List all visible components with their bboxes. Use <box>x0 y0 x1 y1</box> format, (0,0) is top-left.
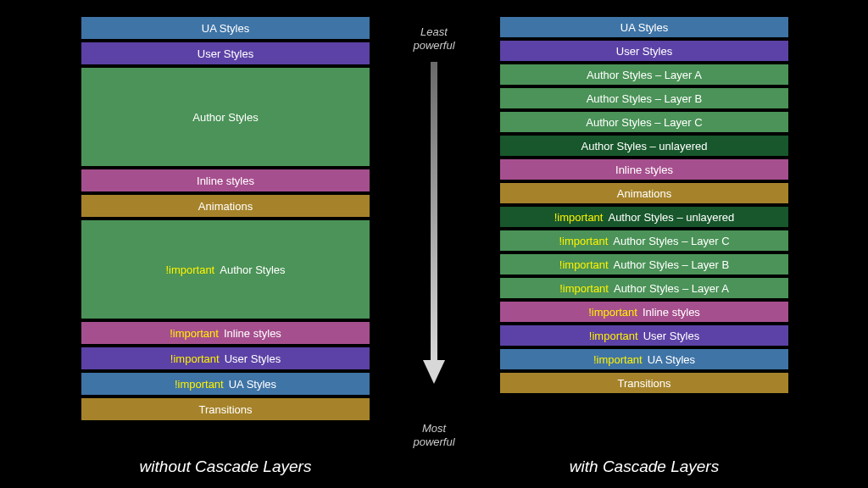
right-row-7: Animations <box>500 183 788 203</box>
column-without-layers: UA StylesUser StylesAuthor StylesInline … <box>81 17 370 420</box>
row-label: UA Styles <box>620 22 668 33</box>
row-label: Author Styles – Layer C <box>586 117 702 128</box>
caption-with: with Cascade Layers <box>500 458 788 476</box>
right-row-2: Author Styles – Layer A <box>500 64 788 85</box>
right-row-12: !importantInline styles <box>500 302 788 322</box>
right-row-4: Author Styles – Layer C <box>500 112 788 132</box>
right-row-5: Author Styles – unlayered <box>500 136 788 156</box>
important-marker: !important <box>170 353 220 364</box>
row-label: User Styles <box>225 353 281 364</box>
axis-arrow <box>423 53 445 422</box>
down-arrow-icon <box>423 62 445 384</box>
left-row-4: Animations <box>81 195 370 217</box>
left-row-6: !importantInline styles <box>81 322 370 344</box>
svg-marker-1 <box>423 360 445 384</box>
right-row-9: !importantAuthor Styles – Layer C <box>500 230 788 251</box>
important-marker: !important <box>593 354 643 365</box>
left-row-0: UA Styles <box>81 17 370 39</box>
important-marker: !important <box>175 379 224 390</box>
left-row-5: !importantAuthor Styles <box>81 220 370 319</box>
right-row-15: Transitions <box>500 373 788 393</box>
row-label: Author Styles <box>192 112 258 123</box>
left-row-1: User Styles <box>81 42 370 64</box>
right-row-8: !importantAuthor Styles – unlayered <box>500 207 788 227</box>
right-row-14: !importantUA Styles <box>500 349 788 369</box>
axis-label-least: Leastpowerful <box>413 25 454 53</box>
row-label: Author Styles <box>220 264 285 275</box>
row-label: UA Styles <box>229 379 276 390</box>
axis-label-most: Mostpowerful <box>413 422 454 450</box>
right-row-6: Inline styles <box>500 159 788 180</box>
important-marker: !important <box>589 330 638 341</box>
row-label: User Styles <box>643 330 699 341</box>
row-label: Author Styles – Layer A <box>614 283 729 294</box>
row-label: Inline styles <box>643 307 700 318</box>
important-marker: !important <box>554 212 604 223</box>
row-label: Animations <box>617 188 671 199</box>
right-row-0: UA Styles <box>500 17 788 37</box>
important-marker: !important <box>559 283 609 294</box>
caption-without: without Cascade Layers <box>81 458 370 476</box>
row-label: Inline styles <box>224 328 281 339</box>
left-row-8: !importantUA Styles <box>81 373 370 395</box>
left-row-3: Inline styles <box>81 169 370 191</box>
left-row-2: Author Styles <box>81 68 370 166</box>
row-label: Author Styles – Layer B <box>614 259 730 270</box>
row-label: Author Styles – Layer B <box>587 93 703 104</box>
row-label: Animations <box>198 201 253 212</box>
power-axis: Leastpowerful Mostpowerful <box>383 25 485 449</box>
row-label: Transitions <box>617 378 670 389</box>
row-label: UA Styles <box>202 23 249 34</box>
row-label: Author Styles – unlayered <box>581 141 708 152</box>
right-row-13: !importantUser Styles <box>500 325 788 346</box>
important-marker: !important <box>559 236 608 247</box>
row-label: Author Styles – Layer A <box>587 69 702 80</box>
column-with-layers: UA StylesUser StylesAuthor Styles – Laye… <box>500 17 788 393</box>
diagram-stage: UA StylesUser StylesAuthor StylesInline … <box>0 0 868 488</box>
row-label: User Styles <box>198 48 253 59</box>
right-row-1: User Styles <box>500 41 788 61</box>
row-label: Inline styles <box>615 164 673 175</box>
row-label: Author Styles – Layer C <box>613 236 729 247</box>
left-row-9: Transitions <box>81 398 370 420</box>
row-label: User Styles <box>616 46 672 57</box>
right-row-11: !importantAuthor Styles – Layer A <box>500 278 788 298</box>
row-label: Inline styles <box>197 175 254 186</box>
row-label: Author Styles – unlayered <box>608 212 734 223</box>
important-marker: !important <box>170 328 219 339</box>
left-row-7: !importantUser Styles <box>81 347 370 369</box>
svg-rect-0 <box>431 62 437 363</box>
right-row-3: Author Styles – Layer B <box>500 88 788 108</box>
row-label: Transitions <box>198 404 252 415</box>
important-marker: !important <box>559 259 609 270</box>
row-label: UA Styles <box>648 354 695 365</box>
right-row-10: !importantAuthor Styles – Layer B <box>500 254 788 274</box>
important-marker: !important <box>588 307 637 318</box>
important-marker: !important <box>165 264 214 275</box>
